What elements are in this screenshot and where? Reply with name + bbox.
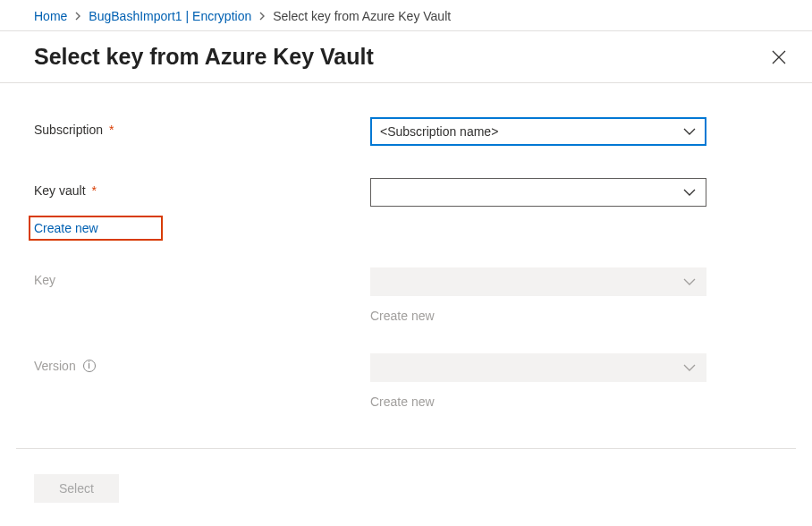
breadcrumb-parent[interactable]: BugBashImport1 | Encryption [89, 9, 251, 23]
version-row: Version i [34, 353, 778, 382]
required-icon: * [92, 183, 97, 198]
key-label: Key [34, 267, 370, 287]
key-create-new-link: Create new [370, 301, 435, 327]
keyvault-create-new-link[interactable]: Create new [29, 216, 163, 241]
chevron-right-icon [258, 10, 266, 23]
divider [16, 448, 796, 449]
version-create-new-link: Create new [370, 387, 435, 412]
chevron-down-icon [682, 124, 697, 139]
subscription-value: <Subscription name> [380, 124, 498, 139]
subscription-label: Subscription* [34, 117, 370, 137]
chevron-down-icon [682, 185, 697, 199]
select-button: Select [34, 474, 119, 503]
info-icon[interactable]: i [83, 360, 96, 372]
breadcrumb: Home BugBashImport1 | Encryption Select … [0, 0, 812, 30]
chevron-down-icon [682, 361, 697, 375]
footer: Select [34, 474, 119, 503]
version-label: Version i [34, 353, 370, 373]
version-dropdown [370, 353, 706, 382]
subscription-row: Subscription* <Subscription name> [34, 117, 778, 146]
breadcrumb-current: Select key from Azure Key Vault [273, 9, 451, 23]
close-icon [771, 49, 787, 65]
key-dropdown [370, 267, 706, 296]
breadcrumb-home[interactable]: Home [34, 9, 67, 23]
form: Subscription* <Subscription name> Key va… [0, 83, 812, 412]
keyvault-row: Key vault* [34, 178, 778, 207]
keyvault-label: Key vault* [34, 178, 370, 198]
chevron-right-icon [74, 10, 81, 23]
subscription-dropdown[interactable]: <Subscription name> [370, 117, 706, 146]
chevron-down-icon [682, 275, 697, 289]
close-button[interactable] [771, 44, 791, 65]
required-icon: * [109, 123, 114, 137]
page-header: Select key from Azure Key Vault [0, 31, 812, 82]
page-title: Select key from Azure Key Vault [34, 44, 374, 70]
keyvault-dropdown[interactable] [370, 178, 706, 207]
key-row: Key [34, 267, 778, 296]
